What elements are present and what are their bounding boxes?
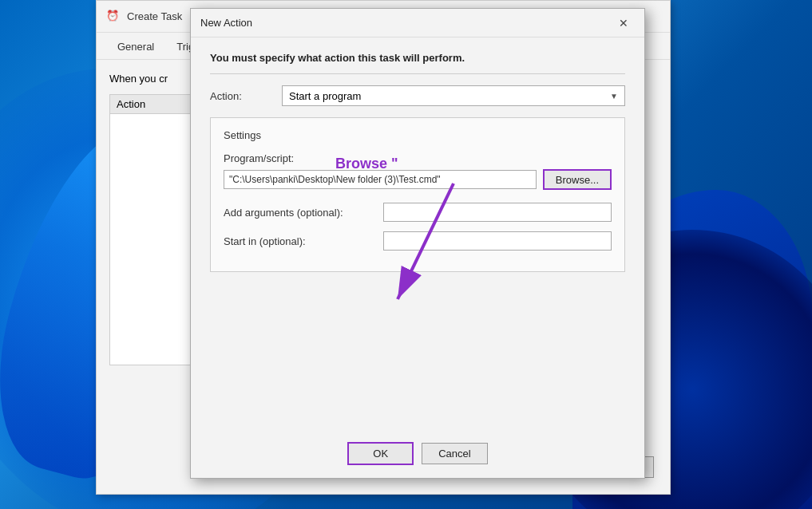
start-in-input[interactable] — [383, 231, 612, 251]
program-script-label: Program/script: — [224, 152, 612, 164]
action-select[interactable]: Start a program ▼ — [282, 85, 625, 106]
dialog-instruction: You must specify what action this task w… — [210, 52, 625, 74]
create-task-icon: ⏰ — [106, 10, 121, 24]
settings-box: Settings Program/script: Browse... Add a… — [210, 117, 625, 272]
action-select-value: Start a program — [289, 90, 361, 102]
settings-title: Settings — [224, 129, 612, 141]
action-select-arrow-icon: ▼ — [610, 92, 618, 101]
start-in-row: Start in (optional): — [224, 231, 612, 251]
dialog-titlebar: New Action ✕ — [191, 9, 644, 37]
cancel-dialog-button[interactable]: Cancel — [422, 443, 487, 464]
action-row: Action: Start a program ▼ — [210, 85, 625, 106]
dialog-close-button[interactable]: ✕ — [612, 12, 635, 34]
ok-button[interactable]: OK — [347, 442, 414, 465]
program-script-input[interactable] — [224, 170, 537, 189]
dialog-body: You must specify what action this task w… — [191, 37, 644, 286]
new-action-dialog: New Action ✕ You must specify what actio… — [190, 8, 645, 479]
add-args-input[interactable] — [383, 203, 612, 222]
dialog-title: New Action — [200, 17, 252, 29]
tab-general[interactable]: General — [106, 36, 165, 59]
add-args-row: Add arguments (optional): — [224, 203, 612, 222]
browse-button[interactable]: Browse... — [543, 169, 612, 190]
add-args-label: Add arguments (optional): — [224, 207, 383, 219]
dialog-footer: OK Cancel — [191, 442, 644, 465]
start-in-label: Start in (optional): — [224, 235, 383, 247]
program-script-row: Browse... — [224, 169, 612, 190]
action-label: Action: — [210, 90, 282, 102]
